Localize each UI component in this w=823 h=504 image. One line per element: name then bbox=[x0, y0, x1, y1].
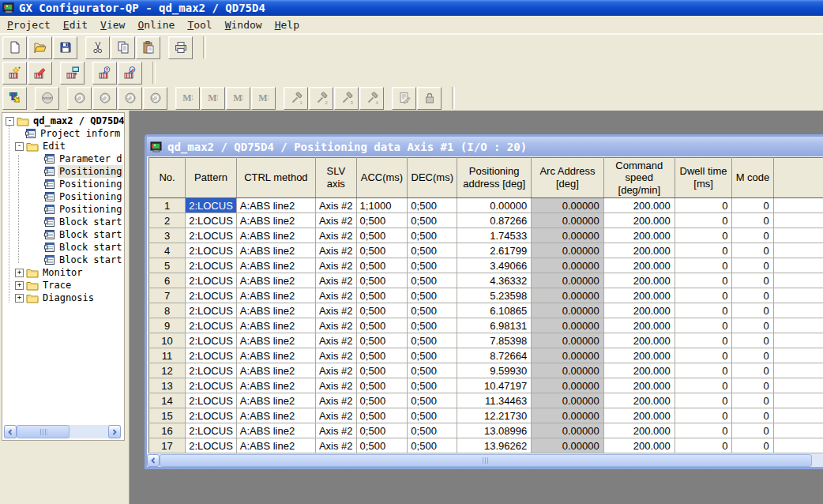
menu-window[interactable]: Window bbox=[220, 17, 268, 32]
cell-speed[interactable]: 200.000 bbox=[603, 363, 675, 378]
cell-m[interactable]: 0 bbox=[732, 393, 773, 408]
cell-speed[interactable]: 200.000 bbox=[603, 333, 675, 348]
cell-pos[interactable]: 2.61799 bbox=[457, 243, 532, 258]
cell-m[interactable]: 0 bbox=[732, 438, 773, 453]
cell-dec[interactable]: 0;500 bbox=[408, 363, 457, 378]
cell-no[interactable]: 12 bbox=[149, 363, 186, 378]
cell-slv[interactable]: Axis #2 bbox=[315, 348, 356, 363]
cell-dec[interactable]: 0;500 bbox=[408, 438, 457, 453]
cell-m[interactable]: 0 bbox=[732, 318, 773, 333]
cell-dec[interactable]: 0;500 bbox=[408, 198, 457, 213]
cell-pattern[interactable]: 2:LOCUS bbox=[186, 333, 237, 348]
cell-m[interactable]: 0 bbox=[732, 198, 773, 213]
cut-button[interactable] bbox=[85, 36, 110, 59]
cell-pos[interactable]: 4.36332 bbox=[457, 273, 532, 288]
tree-item-monitor[interactable]: +Monitor bbox=[2, 266, 124, 279]
cell-acc[interactable]: 1;1000 bbox=[356, 198, 408, 213]
cell-arc[interactable]: 0.00000 bbox=[532, 198, 604, 213]
tree-item-qd-max2-qd75d4[interactable]: -qd_max2 / QD75D4 bbox=[2, 115, 124, 127]
cell-dec[interactable]: 0;500 bbox=[408, 273, 457, 288]
cell-speed[interactable]: 200.000 bbox=[603, 258, 675, 273]
cell-blank[interactable] bbox=[773, 363, 823, 378]
expand-box-icon[interactable]: + bbox=[15, 269, 24, 277]
cell-blank[interactable] bbox=[773, 348, 823, 363]
cell-pos[interactable]: 12.21730 bbox=[457, 408, 532, 423]
cell-dwell[interactable]: 0 bbox=[675, 258, 732, 273]
tree-item-block-start[interactable]: Block start bbox=[2, 228, 124, 241]
collapse-box-icon[interactable]: - bbox=[15, 142, 24, 151]
module-verify-button[interactable] bbox=[92, 62, 117, 85]
cell-dec[interactable]: 0;500 bbox=[408, 303, 457, 318]
cell-no[interactable]: 13 bbox=[149, 378, 186, 393]
tree-item-project-inform[interactable]: Project inform bbox=[2, 127, 124, 140]
cell-arc[interactable]: 0.00000 bbox=[532, 423, 604, 438]
cell-dwell[interactable]: 0 bbox=[675, 438, 732, 453]
cell-pos[interactable]: 5.23598 bbox=[457, 288, 532, 303]
cell-slv[interactable]: Axis #2 bbox=[315, 393, 356, 408]
cell-dec[interactable]: 0;500 bbox=[408, 213, 457, 228]
cell-blank[interactable] bbox=[773, 303, 823, 318]
cell-speed[interactable]: 200.000 bbox=[603, 213, 675, 228]
cell-dec[interactable]: 0;500 bbox=[408, 228, 457, 243]
cell-dec[interactable]: 0;500 bbox=[408, 258, 457, 273]
scroll-left-arrow-icon[interactable] bbox=[147, 454, 160, 467]
cell-no[interactable]: 2 bbox=[149, 213, 186, 228]
scrollbar-track[interactable] bbox=[812, 454, 823, 468]
cell-slv[interactable]: Axis #2 bbox=[315, 243, 356, 258]
cell-pos[interactable]: 1.74533 bbox=[457, 228, 532, 243]
cell-acc[interactable]: 0;500 bbox=[356, 243, 408, 258]
tree-item-block-start[interactable]: Block start bbox=[2, 216, 124, 228]
cell-arc[interactable]: 0.00000 bbox=[532, 378, 604, 393]
cell-speed[interactable]: 200.000 bbox=[603, 228, 675, 243]
cell-no[interactable]: 1 bbox=[149, 198, 186, 213]
write-to-module-button[interactable] bbox=[2, 87, 27, 110]
cell-speed[interactable]: 200.000 bbox=[603, 423, 675, 438]
cell-ctrl[interactable]: A:ABS line2 bbox=[236, 408, 315, 423]
open-file-button[interactable] bbox=[28, 36, 52, 59]
cell-dec[interactable]: 0;500 bbox=[408, 243, 457, 258]
cell-speed[interactable]: 200.000 bbox=[603, 318, 675, 333]
tree-item-positioning[interactable]: Positioning bbox=[2, 190, 124, 203]
cell-no[interactable]: 15 bbox=[149, 408, 186, 423]
cell-arc[interactable]: 0.00000 bbox=[532, 348, 604, 363]
menu-edit[interactable]: Edit bbox=[58, 17, 93, 32]
cell-ctrl[interactable]: A:ABS line2 bbox=[236, 228, 315, 243]
cell-arc[interactable]: 0.00000 bbox=[532, 273, 604, 288]
cell-m[interactable]: 0 bbox=[732, 348, 773, 363]
cell-blank[interactable] bbox=[773, 198, 823, 213]
cell-blank[interactable] bbox=[773, 423, 823, 438]
cell-pattern[interactable]: 2:LOCUS bbox=[186, 438, 237, 453]
cell-acc[interactable]: 0;500 bbox=[356, 228, 408, 243]
cell-speed[interactable]: 200.000 bbox=[603, 438, 675, 453]
cell-speed[interactable]: 200.000 bbox=[603, 408, 675, 423]
cell-ctrl[interactable]: A:ABS line2 bbox=[236, 438, 315, 453]
cell-pattern[interactable]: 2:LOCUS bbox=[186, 273, 237, 288]
cell-ctrl[interactable]: A:ABS line2 bbox=[236, 243, 315, 258]
cell-m[interactable]: 0 bbox=[732, 213, 773, 228]
tree-item-positioning[interactable]: Positioning bbox=[2, 178, 124, 190]
collapse-box-icon[interactable]: - bbox=[6, 117, 14, 126]
cell-blank[interactable] bbox=[773, 258, 823, 273]
cell-ctrl[interactable]: A:ABS line2 bbox=[236, 333, 315, 348]
cell-slv[interactable]: Axis #2 bbox=[315, 303, 356, 318]
cell-no[interactable]: 16 bbox=[149, 423, 186, 438]
cell-no[interactable]: 8 bbox=[149, 303, 186, 318]
cell-ctrl[interactable]: A:ABS line2 bbox=[236, 303, 315, 318]
expand-box-icon[interactable]: + bbox=[15, 281, 24, 290]
cell-arc[interactable]: 0.00000 bbox=[532, 363, 604, 378]
paste-button[interactable] bbox=[136, 36, 160, 59]
module-monitor-button[interactable] bbox=[118, 62, 142, 85]
cell-m[interactable]: 0 bbox=[732, 408, 773, 423]
cell-pattern[interactable]: 2:LOCUS bbox=[186, 288, 237, 303]
cell-acc[interactable]: 0;500 bbox=[356, 393, 408, 408]
cell-dec[interactable]: 0;500 bbox=[408, 378, 457, 393]
cell-no[interactable]: 14 bbox=[149, 393, 186, 408]
cell-blank[interactable] bbox=[773, 243, 823, 258]
cell-pos[interactable]: 6.98131 bbox=[457, 318, 532, 333]
cell-dec[interactable]: 0;500 bbox=[408, 318, 457, 333]
cell-acc[interactable]: 0;500 bbox=[356, 423, 408, 438]
cell-blank[interactable] bbox=[773, 288, 823, 303]
print-button[interactable] bbox=[168, 36, 193, 59]
cell-acc[interactable]: 0;500 bbox=[356, 438, 408, 453]
cell-dwell[interactable]: 0 bbox=[675, 423, 732, 438]
